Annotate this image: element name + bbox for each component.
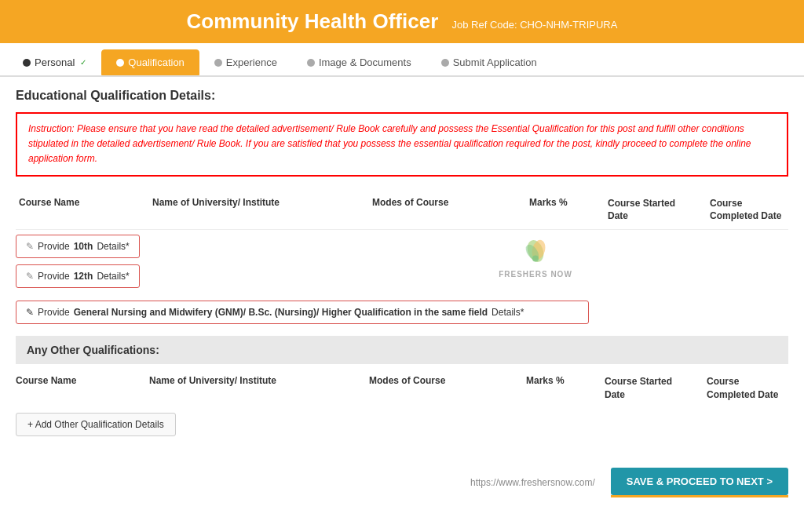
provide-gnm-button[interactable]: ✎ Provide General Nursing and Midwifery … <box>16 301 589 324</box>
col-course-name-2: Course Name <box>16 375 149 402</box>
title-text: Community Health Officer <box>187 9 439 33</box>
freshers-now-logo-svg <box>516 239 555 270</box>
save-button-wrapper: SAVE & PROCEED TO NEXT > <box>611 468 788 497</box>
svg-point-3 <box>532 256 539 262</box>
footer-url: https://www.freshersnow.com/ <box>470 477 595 488</box>
page-title: Community Health Officer Job Ref Code: C… <box>187 9 618 33</box>
course-buttons-col: ✎ Provide 10th Details* ✎ Provide 12th D… <box>16 235 283 294</box>
provide-10th-button[interactable]: ✎ Provide 10th Details* <box>16 235 140 258</box>
col-course-name: Course Name <box>16 195 149 225</box>
col-university-2: Name of University/ Institute <box>149 375 369 402</box>
tab-label: Submit Application <box>453 56 537 68</box>
course-row-10th: ✎ Provide 10th Details* <box>16 235 283 258</box>
job-ref: Job Ref Code: CHO-NHM-TRIPURA <box>452 19 618 31</box>
tab-dot <box>23 59 31 67</box>
footer: https://www.freshersnow.com/ SAVE & PROC… <box>0 456 804 509</box>
col-university: Name of University/ Institute <box>149 195 369 225</box>
tab-label: Image & Documents <box>319 56 411 68</box>
col-completed: Course Completed Date <box>707 195 804 225</box>
other-qual-table-header: Course Name Name of University/ Institut… <box>16 370 788 406</box>
tab-experience[interactable]: Experience <box>199 49 292 75</box>
add-qual-label: + Add Other Qualification Details <box>27 419 164 430</box>
watermark-area: FRESHERS NOW <box>283 235 788 282</box>
add-qualification-button[interactable]: + Add Other Qualification Details <box>16 413 176 436</box>
col-marks: Marks % <box>526 195 605 225</box>
tab-qualification[interactable]: Qualification <box>101 49 199 75</box>
watermark-logo: FRESHERS NOW <box>499 239 572 279</box>
col-completed-2: Course Completed Date <box>707 375 804 402</box>
col-marks-2: Marks % <box>526 375 605 402</box>
tab-dot <box>441 59 449 67</box>
tab-dot <box>307 59 315 67</box>
col-started-2: Course Started Date <box>605 375 707 402</box>
instruction-box: Instruction: Please ensure that you have… <box>16 112 788 177</box>
tab-personal[interactable]: Personal ✓ <box>8 49 101 75</box>
main-content: Educational Qualification Details: Instr… <box>0 77 804 448</box>
watermark-text: FRESHERS NOW <box>499 270 572 279</box>
instruction-text: Instruction: Please ensure that you have… <box>28 123 751 164</box>
section-title: Educational Qualification Details: <box>16 89 788 103</box>
tab-label: Personal <box>35 56 75 68</box>
col-started: Course Started Date <box>605 195 707 225</box>
col-modes: Modes of Course <box>369 195 526 225</box>
tab-check-icon: ✓ <box>80 58 86 67</box>
courses-area: ✎ Provide 10th Details* ✎ Provide 12th D… <box>16 235 788 294</box>
tab-dot <box>116 59 124 67</box>
other-qual-section-header: Any Other Qualifications: <box>16 336 788 364</box>
tab-label: Experience <box>226 56 277 68</box>
pencil-icon: ✎ <box>26 241 34 252</box>
other-qual-title: Any Other Qualifications: <box>27 344 159 356</box>
table-header: Course Name Name of University/ Institut… <box>16 191 788 231</box>
save-button-label: SAVE & PROCEED TO NEXT > <box>627 476 773 487</box>
tab-label: Qualification <box>128 56 185 68</box>
course-row-gnm: ✎ Provide General Nursing and Midwifery … <box>16 301 788 324</box>
tab-submit-application[interactable]: Submit Application <box>426 49 552 75</box>
save-proceed-button[interactable]: SAVE & PROCEED TO NEXT > <box>611 468 788 495</box>
pencil-icon: ✎ <box>26 307 34 318</box>
nav-tabs: Personal ✓ Qualification Experience Imag… <box>0 43 804 77</box>
tab-image-documents[interactable]: Image & Documents <box>292 49 426 75</box>
col-modes-2: Modes of Course <box>369 375 526 402</box>
pencil-icon: ✎ <box>26 271 34 282</box>
course-row-12th: ✎ Provide 12th Details* <box>16 264 283 288</box>
page-header: Community Health Officer Job Ref Code: C… <box>0 0 804 43</box>
tab-dot <box>214 59 222 67</box>
provide-12th-button[interactable]: ✎ Provide 12th Details* <box>16 264 140 288</box>
